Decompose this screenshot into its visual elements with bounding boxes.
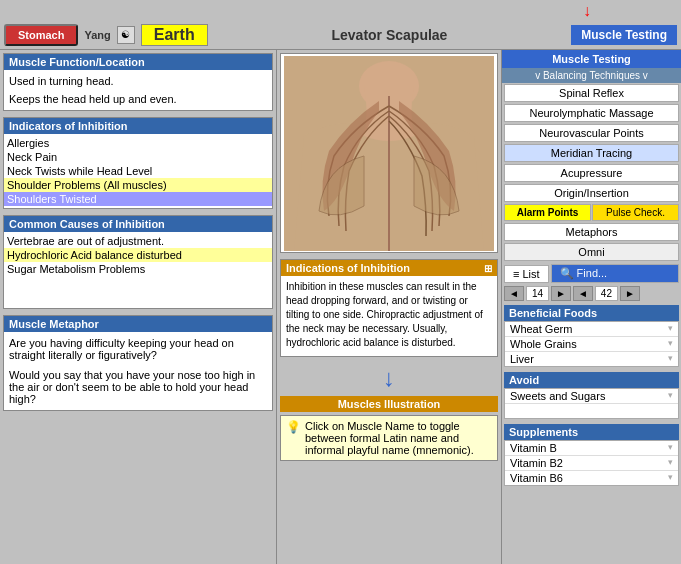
nav-prev-btn-1[interactable]: ◄ xyxy=(504,286,524,301)
cause-hydrochloric[interactable]: Hydrochloric Acid balance disturbed xyxy=(4,248,272,262)
balancing-techniques-bar[interactable]: v Balancing Techniques v xyxy=(502,68,681,83)
muscle-image-area xyxy=(280,53,498,253)
omni-item[interactable]: Omni xyxy=(504,243,679,261)
supplements-list: Vitamin B ▾ Vitamin B2 ▾ Vitamin B6 ▾ xyxy=(504,440,679,486)
scroll-indicator-6: ▾ xyxy=(668,457,673,469)
indicator-shoulders-twisted[interactable]: Shoulders Twisted xyxy=(4,192,272,206)
click-note: 💡 Click on Muscle Name to toggle between… xyxy=(280,415,498,461)
indications-box: Indications of Inhibition ⊞ Inhibition i… xyxy=(280,259,498,357)
stomach-button[interactable]: Stomach xyxy=(4,24,78,46)
muscles-illus-bar[interactable]: Muscles Illustration xyxy=(280,396,498,412)
nav-num-2: 42 xyxy=(595,286,618,301)
top-bar: Stomach Yang ☯ Earth Levator Scapulae Mu… xyxy=(0,20,681,50)
nav-next-btn-2[interactable]: ► xyxy=(620,286,640,301)
avoid-list: Sweets and Sugars ▾ xyxy=(504,388,679,419)
metaphors-item[interactable]: Metaphors xyxy=(504,223,679,241)
scroll-indicator-7: ▾ xyxy=(668,472,673,484)
supplements-header: Supplements xyxy=(504,424,679,440)
neurolymphatic-item[interactable]: Neurolymphatic Massage xyxy=(504,104,679,122)
indications-icon: ⊞ xyxy=(484,263,492,274)
info-icon: 💡 xyxy=(286,420,301,434)
neck-svg xyxy=(284,56,494,251)
right-column: Muscle Testing v Balancing Techniques v … xyxy=(502,50,681,564)
supplement-vitamin-b6[interactable]: Vitamin B6 ▾ xyxy=(505,471,678,485)
indicators-section: Indicators of Inhibition Allergies Neck … xyxy=(3,117,273,209)
scroll-indicator-5: ▾ xyxy=(668,442,673,454)
top-down-arrow-icon: ↓ xyxy=(583,2,591,20)
down-arrow: ↓ xyxy=(277,360,501,396)
metaphor-text-1: Are you having difficulty keeping your h… xyxy=(9,337,267,361)
indicator-neck-twists[interactable]: Neck Twists while Head Level xyxy=(4,164,272,178)
earth-label: Earth xyxy=(141,24,208,46)
muscle-testing-header: Muscle Testing xyxy=(502,50,681,68)
avoid-empty-1 xyxy=(505,404,678,418)
scroll-indicator: ▾ xyxy=(668,323,673,335)
avoid-header: Avoid xyxy=(504,372,679,388)
indicator-allergies[interactable]: Allergies xyxy=(4,136,272,150)
find-button[interactable]: 🔍 Find... xyxy=(551,264,679,283)
list-button[interactable]: ≡ List xyxy=(504,265,549,283)
scroll-indicator-4: ▾ xyxy=(668,390,673,402)
nav-prev-btn-2[interactable]: ◄ xyxy=(573,286,593,301)
cause-sugar[interactable]: Sugar Metabolism Problems xyxy=(4,262,272,276)
indicator-shoulder-problems[interactable]: Shoulder Problems (All muscles) xyxy=(4,178,272,192)
indicator-neck-pain[interactable]: Neck Pain xyxy=(4,150,272,164)
muscle-testing-header-btn[interactable]: Muscle Testing xyxy=(571,25,677,45)
click-note-text: Click on Muscle Name to toggle between f… xyxy=(305,420,492,456)
neurovascular-item[interactable]: Neurovascular Points xyxy=(504,124,679,142)
meridian-tracing-item[interactable]: Meridian Tracing xyxy=(504,144,679,162)
nav-num-1: 14 xyxy=(526,286,549,301)
beneficial-foods-header: Beneficial Foods xyxy=(504,305,679,321)
pulse-check-btn[interactable]: Pulse Check. xyxy=(592,204,679,221)
yin-yang-icon: ☯ xyxy=(117,26,135,44)
muscle-illustration xyxy=(284,56,494,251)
nav-row: ◄ 14 ► ◄ 42 ► xyxy=(504,286,679,301)
scroll-indicator-2: ▾ xyxy=(668,338,673,350)
indications-header: Indications of Inhibition ⊞ xyxy=(281,260,497,276)
causes-section: Common Causes of Inhibition Vertebrae ar… xyxy=(3,215,273,309)
acupressure-item[interactable]: Acupressure xyxy=(504,164,679,182)
indications-text: Inhibition in these muscles can result i… xyxy=(281,276,497,356)
yang-label: Yang xyxy=(84,29,110,41)
alarm-pulse-row: Alarm Points Pulse Check. xyxy=(504,204,679,221)
food-whole-grains[interactable]: Whole Grains ▾ xyxy=(505,337,678,352)
muscle-function-item-1: Used in turning head. xyxy=(9,75,267,87)
metaphor-header: Muscle Metaphor xyxy=(4,316,272,332)
supplement-vitamin-b2[interactable]: Vitamin B2 ▾ xyxy=(505,456,678,471)
muscle-function-header: Muscle Function/Location xyxy=(4,54,272,70)
muscle-title: Levator Scapulae xyxy=(208,27,572,43)
metaphor-section: Muscle Metaphor Are you having difficult… xyxy=(3,315,273,411)
causes-header: Common Causes of Inhibition xyxy=(4,216,272,232)
food-wheat-germ[interactable]: Wheat Germ ▾ xyxy=(505,322,678,337)
avoid-sweets[interactable]: Sweets and Sugars ▾ xyxy=(505,389,678,404)
muscle-function-item-2: Keeps the head held up and even. xyxy=(9,93,267,105)
middle-column: Indications of Inhibition ⊞ Inhibition i… xyxy=(277,50,502,564)
metaphor-text-2: Would you say that you have your nose to… xyxy=(9,369,267,405)
metaphor-content: Are you having difficulty keeping your h… xyxy=(4,332,272,410)
find-icon: 🔍 xyxy=(560,267,574,279)
alarm-points-btn[interactable]: Alarm Points xyxy=(504,204,591,221)
left-column: Muscle Function/Location Used in turning… xyxy=(0,50,277,564)
supplement-vitamin-b[interactable]: Vitamin B ▾ xyxy=(505,441,678,456)
indicators-header: Indicators of Inhibition xyxy=(4,118,272,134)
list-find-row: ≡ List 🔍 Find... xyxy=(504,264,679,283)
beneficial-foods-list: Wheat Germ ▾ Whole Grains ▾ Liver ▾ xyxy=(504,321,679,367)
spinal-reflex-item[interactable]: Spinal Reflex xyxy=(504,84,679,102)
nav-next-btn-1[interactable]: ► xyxy=(551,286,571,301)
indicators-list: Allergies Neck Pain Neck Twists while He… xyxy=(4,134,272,208)
origin-insertion-item[interactable]: Origin/Insertion xyxy=(504,184,679,202)
food-liver[interactable]: Liver ▾ xyxy=(505,352,678,366)
muscle-function-section: Muscle Function/Location Used in turning… xyxy=(3,53,273,111)
causes-list: Vertebrae are out of adjustment. Hydroch… xyxy=(4,232,272,278)
list-icon: ≡ xyxy=(513,268,519,280)
cause-vertebrae[interactable]: Vertebrae are out of adjustment. xyxy=(4,234,272,248)
scroll-indicator-3: ▾ xyxy=(668,353,673,365)
muscle-function-content: Used in turning head. Keeps the head hel… xyxy=(4,70,272,110)
